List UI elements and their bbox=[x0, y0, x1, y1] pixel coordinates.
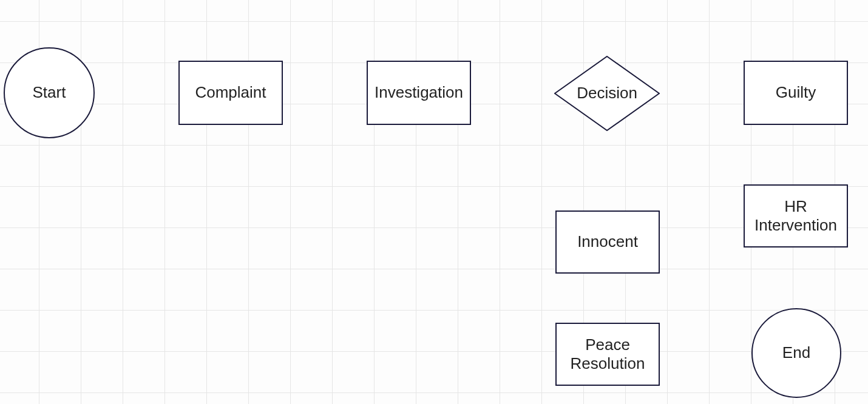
node-investigation[interactable]: Investigation bbox=[367, 61, 471, 125]
node-decision[interactable]: Decision bbox=[554, 56, 660, 131]
node-guilty[interactable]: Guilty bbox=[744, 61, 848, 125]
node-label: Peace Resolution bbox=[559, 335, 656, 373]
node-label: Innocent bbox=[577, 232, 638, 251]
node-label: Start bbox=[33, 83, 66, 102]
node-peace-resolution[interactable]: Peace Resolution bbox=[555, 323, 660, 386]
node-end[interactable]: End bbox=[751, 308, 841, 398]
node-innocent[interactable]: Innocent bbox=[555, 210, 660, 274]
node-label: Decision bbox=[577, 84, 637, 103]
node-label: HR Intervention bbox=[747, 197, 844, 235]
node-label: End bbox=[782, 343, 810, 362]
node-complaint[interactable]: Complaint bbox=[178, 61, 283, 125]
node-hr-intervention[interactable]: HR Intervention bbox=[744, 184, 848, 247]
node-start[interactable]: Start bbox=[4, 47, 95, 138]
node-label: Complaint bbox=[195, 83, 266, 102]
node-label: Guilty bbox=[776, 83, 816, 102]
node-label: Investigation bbox=[375, 83, 463, 102]
